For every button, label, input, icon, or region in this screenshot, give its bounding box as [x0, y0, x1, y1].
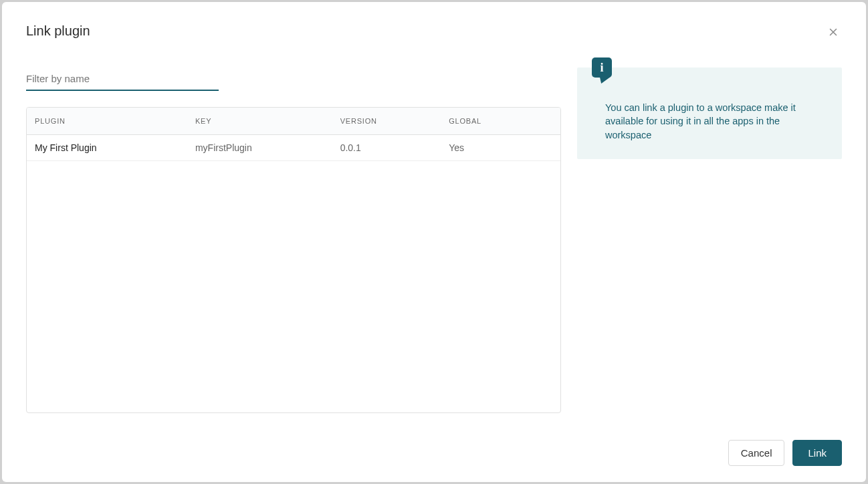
dialog-title: Link plugin	[26, 23, 90, 39]
cell-key: myFirstPlugin	[195, 142, 340, 153]
info-text: You can link a plugin to a workspace mak…	[605, 101, 825, 142]
info-icon: i	[592, 57, 612, 78]
header-version: VERSION	[340, 117, 449, 125]
link-plugin-dialog: Link plugin PLUGIN KEY VERSION GLOBAL My…	[2, 2, 866, 482]
left-column: PLUGIN KEY VERSION GLOBAL My First Plugi…	[26, 68, 561, 413]
info-box: i You can link a plugin to a workspace m…	[577, 68, 842, 159]
table-header: PLUGIN KEY VERSION GLOBAL	[27, 108, 560, 135]
header-global: GLOBAL	[449, 117, 552, 125]
right-column: i You can link a plugin to a workspace m…	[577, 68, 842, 413]
cell-version: 0.0.1	[340, 142, 449, 153]
table-row[interactable]: My First Plugin myFirstPlugin 0.0.1 Yes	[27, 135, 560, 161]
close-button[interactable]	[825, 23, 842, 41]
cancel-button[interactable]: Cancel	[728, 440, 785, 466]
filter-input[interactable]	[26, 68, 219, 91]
plugin-table: PLUGIN KEY VERSION GLOBAL My First Plugi…	[26, 107, 561, 413]
link-button[interactable]: Link	[792, 440, 842, 466]
dialog-header: Link plugin	[26, 23, 842, 41]
cell-plugin: My First Plugin	[35, 142, 195, 153]
close-icon	[827, 26, 839, 38]
header-key: KEY	[195, 117, 340, 125]
dialog-body: PLUGIN KEY VERSION GLOBAL My First Plugi…	[26, 68, 842, 413]
cell-global: Yes	[449, 142, 552, 153]
header-plugin: PLUGIN	[35, 117, 195, 125]
dialog-footer: Cancel Link	[26, 440, 842, 466]
